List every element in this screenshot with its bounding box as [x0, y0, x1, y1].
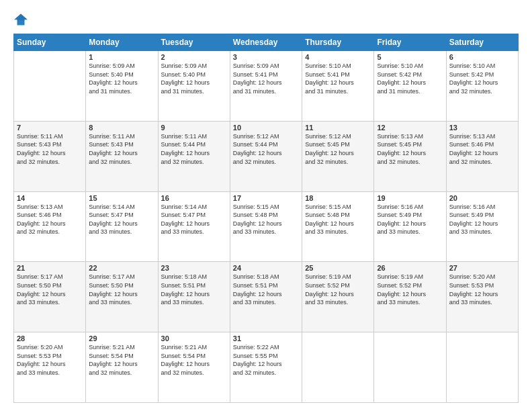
- day-info: Sunrise: 5:12 AM Sunset: 5:44 PM Dayligh…: [233, 132, 299, 166]
- calendar-cell: 28Sunrise: 5:20 AM Sunset: 5:53 PM Dayli…: [14, 332, 86, 403]
- day-info: Sunrise: 5:14 AM Sunset: 5:47 PM Dayligh…: [89, 203, 154, 236]
- calendar-cell: [446, 332, 518, 403]
- day-info: Sunrise: 5:18 AM Sunset: 5:51 PM Dayligh…: [161, 273, 227, 306]
- day-info: Sunrise: 5:11 AM Sunset: 5:43 PM Dayligh…: [89, 132, 154, 166]
- day-info: Sunrise: 5:15 AM Sunset: 5:48 PM Dayligh…: [233, 203, 299, 236]
- calendar-cell: [302, 332, 374, 403]
- calendar-cell: 26Sunrise: 5:19 AM Sunset: 5:52 PM Dayli…: [374, 262, 446, 332]
- day-info: Sunrise: 5:09 AM Sunset: 5:41 PM Dayligh…: [233, 62, 299, 95]
- day-info: Sunrise: 5:13 AM Sunset: 5:46 PM Dayligh…: [449, 132, 515, 166]
- logo: [13, 12, 31, 27]
- weekday-header: Thursday: [302, 34, 374, 51]
- weekday-header: Friday: [374, 34, 446, 51]
- day-number: 3: [233, 53, 299, 61]
- day-number: 8: [89, 124, 154, 132]
- calendar-cell: 10Sunrise: 5:12 AM Sunset: 5:44 PM Dayli…: [230, 121, 302, 191]
- calendar-cell: 21Sunrise: 5:17 AM Sunset: 5:50 PM Dayli…: [14, 262, 86, 332]
- calendar-cell: 2Sunrise: 5:09 AM Sunset: 5:40 PM Daylig…: [158, 51, 230, 122]
- day-number: 16: [161, 194, 227, 202]
- day-info: Sunrise: 5:19 AM Sunset: 5:52 PM Dayligh…: [377, 273, 443, 306]
- day-number: 12: [377, 124, 443, 132]
- day-number: 2: [161, 53, 227, 61]
- day-number: 24: [233, 264, 299, 272]
- calendar-cell: 30Sunrise: 5:21 AM Sunset: 5:54 PM Dayli…: [158, 332, 230, 403]
- day-number: 4: [305, 53, 371, 61]
- calendar-cell: 9Sunrise: 5:11 AM Sunset: 5:44 PM Daylig…: [158, 121, 230, 191]
- calendar-cell: 14Sunrise: 5:13 AM Sunset: 5:46 PM Dayli…: [14, 191, 86, 262]
- day-info: Sunrise: 5:10 AM Sunset: 5:42 PM Dayligh…: [377, 62, 443, 95]
- day-number: 29: [89, 334, 154, 342]
- day-number: 14: [17, 194, 83, 202]
- day-number: 30: [161, 334, 227, 342]
- day-number: 19: [377, 194, 443, 202]
- day-number: 26: [377, 264, 443, 272]
- weekday-header: Saturday: [446, 34, 518, 51]
- calendar-cell: 11Sunrise: 5:12 AM Sunset: 5:45 PM Dayli…: [302, 121, 374, 191]
- calendar-cell: 5Sunrise: 5:10 AM Sunset: 5:42 PM Daylig…: [374, 51, 446, 122]
- day-number: 17: [233, 194, 299, 202]
- calendar-cell: [374, 332, 446, 403]
- day-number: 7: [17, 124, 83, 132]
- calendar-cell: 6Sunrise: 5:10 AM Sunset: 5:42 PM Daylig…: [446, 51, 518, 122]
- weekday-header: Monday: [86, 34, 158, 51]
- calendar-cell: 24Sunrise: 5:18 AM Sunset: 5:51 PM Dayli…: [230, 262, 302, 332]
- day-info: Sunrise: 5:21 AM Sunset: 5:54 PM Dayligh…: [161, 343, 227, 377]
- day-number: 13: [449, 124, 515, 132]
- weekday-header: Wednesday: [230, 34, 302, 51]
- calendar-cell: [14, 51, 86, 122]
- day-number: 22: [89, 264, 154, 272]
- day-info: Sunrise: 5:16 AM Sunset: 5:49 PM Dayligh…: [377, 203, 443, 236]
- day-number: 11: [305, 124, 371, 132]
- day-info: Sunrise: 5:19 AM Sunset: 5:52 PM Dayligh…: [305, 273, 371, 306]
- day-number: 21: [17, 264, 83, 272]
- day-info: Sunrise: 5:09 AM Sunset: 5:40 PM Dayligh…: [89, 62, 154, 95]
- calendar-cell: 7Sunrise: 5:11 AM Sunset: 5:43 PM Daylig…: [14, 121, 86, 191]
- day-info: Sunrise: 5:20 AM Sunset: 5:53 PM Dayligh…: [17, 343, 83, 377]
- day-number: 15: [89, 194, 154, 202]
- calendar-cell: 18Sunrise: 5:15 AM Sunset: 5:48 PM Dayli…: [302, 191, 374, 262]
- day-number: 28: [17, 334, 83, 342]
- calendar-cell: 12Sunrise: 5:13 AM Sunset: 5:45 PM Dayli…: [374, 121, 446, 191]
- day-number: 5: [377, 53, 443, 61]
- calendar-cell: 15Sunrise: 5:14 AM Sunset: 5:47 PM Dayli…: [86, 191, 158, 262]
- calendar-cell: 22Sunrise: 5:17 AM Sunset: 5:50 PM Dayli…: [86, 262, 158, 332]
- day-info: Sunrise: 5:17 AM Sunset: 5:50 PM Dayligh…: [17, 273, 83, 306]
- day-info: Sunrise: 5:14 AM Sunset: 5:47 PM Dayligh…: [161, 203, 227, 236]
- day-number: 23: [161, 264, 227, 272]
- page: SundayMondayTuesdayWednesdayThursdayFrid…: [0, 0, 532, 411]
- day-info: Sunrise: 5:10 AM Sunset: 5:42 PM Dayligh…: [449, 62, 515, 95]
- weekday-header: Tuesday: [158, 34, 230, 51]
- calendar-cell: 19Sunrise: 5:16 AM Sunset: 5:49 PM Dayli…: [374, 191, 446, 262]
- day-info: Sunrise: 5:13 AM Sunset: 5:46 PM Dayligh…: [17, 203, 83, 236]
- day-info: Sunrise: 5:16 AM Sunset: 5:49 PM Dayligh…: [449, 203, 515, 236]
- calendar-table: SundayMondayTuesdayWednesdayThursdayFrid…: [13, 34, 519, 403]
- calendar-cell: 3Sunrise: 5:09 AM Sunset: 5:41 PM Daylig…: [230, 51, 302, 122]
- day-number: 18: [305, 194, 371, 202]
- day-number: 6: [449, 53, 515, 61]
- day-info: Sunrise: 5:11 AM Sunset: 5:44 PM Dayligh…: [161, 132, 227, 166]
- day-info: Sunrise: 5:17 AM Sunset: 5:50 PM Dayligh…: [89, 273, 154, 306]
- calendar-cell: 1Sunrise: 5:09 AM Sunset: 5:40 PM Daylig…: [86, 51, 158, 122]
- calendar-cell: 4Sunrise: 5:10 AM Sunset: 5:41 PM Daylig…: [302, 51, 374, 122]
- calendar-cell: 13Sunrise: 5:13 AM Sunset: 5:46 PM Dayli…: [446, 121, 518, 191]
- header: [13, 12, 519, 27]
- day-info: Sunrise: 5:10 AM Sunset: 5:41 PM Dayligh…: [305, 62, 371, 95]
- calendar-cell: 23Sunrise: 5:18 AM Sunset: 5:51 PM Dayli…: [158, 262, 230, 332]
- day-info: Sunrise: 5:22 AM Sunset: 5:55 PM Dayligh…: [233, 343, 299, 377]
- calendar-cell: 17Sunrise: 5:15 AM Sunset: 5:48 PM Dayli…: [230, 191, 302, 262]
- calendar-cell: 8Sunrise: 5:11 AM Sunset: 5:43 PM Daylig…: [86, 121, 158, 191]
- calendar-cell: 20Sunrise: 5:16 AM Sunset: 5:49 PM Dayli…: [446, 191, 518, 262]
- day-info: Sunrise: 5:21 AM Sunset: 5:54 PM Dayligh…: [89, 343, 154, 377]
- day-number: 1: [89, 53, 154, 61]
- day-number: 25: [305, 264, 371, 272]
- day-number: 10: [233, 124, 299, 132]
- calendar-cell: 29Sunrise: 5:21 AM Sunset: 5:54 PM Dayli…: [86, 332, 158, 403]
- day-number: 9: [161, 124, 227, 132]
- weekday-header: Sunday: [14, 34, 86, 51]
- calendar-cell: 31Sunrise: 5:22 AM Sunset: 5:55 PM Dayli…: [230, 332, 302, 403]
- calendar-cell: 27Sunrise: 5:20 AM Sunset: 5:53 PM Dayli…: [446, 262, 518, 332]
- day-number: 20: [449, 194, 515, 202]
- calendar-cell: 16Sunrise: 5:14 AM Sunset: 5:47 PM Dayli…: [158, 191, 230, 262]
- logo-icon: [13, 12, 28, 27]
- calendar-cell: 25Sunrise: 5:19 AM Sunset: 5:52 PM Dayli…: [302, 262, 374, 332]
